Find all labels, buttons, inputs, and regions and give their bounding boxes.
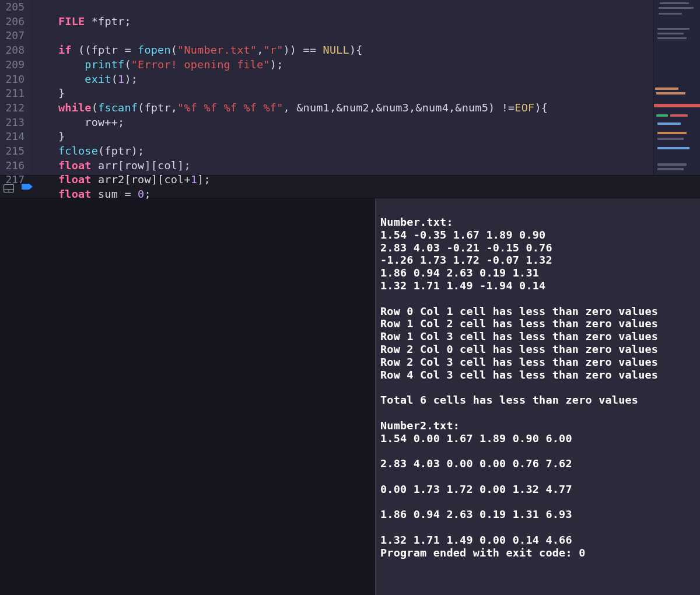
code-line: while(fscanf(fptr,"%f %f %f %f %f", &num… — [58, 102, 548, 114]
minimap[interactable] — [653, 0, 700, 175]
line-number: 214 — [0, 130, 24, 144]
code-content[interactable]: FILE *fptr; if ((fptr = fopen("Number.tx… — [30, 0, 653, 175]
minimap-content — [670, 114, 688, 117]
code-line: float arr[row][col]; — [58, 159, 191, 172]
console-line: 0.00 1.73 1.72 0.00 1.32 4.77 — [380, 483, 572, 495]
code-line: float arr2[row][col+1]; — [58, 173, 211, 186]
lower-panels: Number.txt: 1.54 -0.35 1.67 1.89 0.90 2.… — [0, 198, 700, 595]
console-output[interactable]: Number.txt: 1.54 -0.35 1.67 1.89 0.90 2.… — [376, 198, 700, 595]
code-line: exit(1); — [58, 73, 138, 85]
console-line: Number.txt: — [380, 216, 453, 228]
line-number: 210 — [0, 72, 24, 87]
minimap-content — [654, 104, 700, 107]
minimap-content — [657, 163, 687, 166]
code-line: } — [58, 87, 65, 99]
console-line: 1.86 0.94 2.63 0.19 1.31 — [380, 267, 539, 279]
console-line: 2.83 4.03 0.00 0.00 0.76 7.62 — [380, 457, 572, 470]
line-number: 207 — [0, 29, 24, 43]
minimap-content — [657, 123, 681, 125]
console-line: Row 2 Col 0 cell has less than zero valu… — [380, 343, 658, 355]
code-editor[interactable]: 205 206 207 208 209 210 211 212 213 214 … — [0, 0, 700, 175]
console-line: -1.26 1.73 1.72 -0.07 1.32 — [380, 254, 552, 266]
line-number: 209 — [0, 58, 24, 72]
code-line: float sum = 0; — [58, 188, 151, 200]
console-line: 1.54 0.00 1.67 1.89 0.90 6.00 — [380, 432, 572, 444]
console-line: Row 2 Col 3 cell has less than zero valu… — [380, 356, 658, 368]
line-number: 217 — [0, 173, 24, 187]
minimap-content — [659, 7, 694, 9]
line-number: 213 — [0, 116, 24, 130]
line-number: 216 — [0, 159, 24, 173]
console-line: Number2.txt: — [380, 419, 460, 432]
console-line: Row 4 Col 3 cell has less than zero valu… — [380, 369, 658, 381]
minimap-content — [657, 28, 690, 30]
console-line: 1.86 0.94 2.63 0.19 1.31 6.93 — [380, 508, 572, 520]
code-line: printf("Error! opening file"); — [58, 58, 284, 71]
console-line: 1.54 -0.35 1.67 1.89 0.90 — [380, 229, 545, 241]
minimap-content — [657, 138, 684, 140]
line-number: 208 — [0, 43, 24, 58]
line-number-gutter: 205 206 207 208 209 210 211 212 213 214 … — [0, 0, 30, 175]
minimap-content — [660, 2, 689, 4]
line-number: 211 — [0, 86, 24, 101]
minimap-content — [657, 168, 684, 170]
console-line: 1.32 1.71 1.49 0.00 0.14 4.66 — [380, 534, 572, 546]
console-line: 1.32 1.71 1.49 -1.94 0.14 — [380, 279, 545, 292]
minimap-content — [657, 132, 687, 134]
line-number: 206 — [0, 15, 24, 29]
minimap-content — [659, 13, 682, 15]
console-line: Row 1 Col 3 cell has less than zero valu… — [380, 330, 658, 342]
minimap-content — [656, 92, 685, 94]
console-line: Row 0 Col 1 cell has less than zero valu… — [380, 305, 658, 317]
minimap-content — [655, 88, 678, 90]
minimap-content — [657, 33, 684, 34]
console-line: Row 1 Col 2 cell has less than zero valu… — [380, 317, 658, 330]
code-line: row++; — [58, 116, 124, 128]
console-line: 2.83 4.03 -0.21 -0.15 0.76 — [380, 242, 552, 254]
line-number: 205 — [0, 0, 24, 15]
code-line: fclose(fptr); — [58, 145, 144, 157]
minimap-content — [656, 114, 668, 117]
code-line: if ((fptr = fopen("Number.txt","r")) == … — [58, 44, 363, 56]
minimap-content — [657, 147, 690, 149]
code-line: FILE *fptr; — [58, 15, 131, 27]
console-line: Program ended with exit code: 0 — [380, 547, 585, 559]
variables-pane[interactable] — [0, 198, 376, 595]
line-number: 215 — [0, 144, 24, 159]
line-number: 212 — [0, 101, 24, 116]
console-line: Total 6 cells has less than zero values — [380, 394, 638, 406]
code-line: } — [58, 130, 65, 142]
minimap-content — [657, 37, 687, 39]
